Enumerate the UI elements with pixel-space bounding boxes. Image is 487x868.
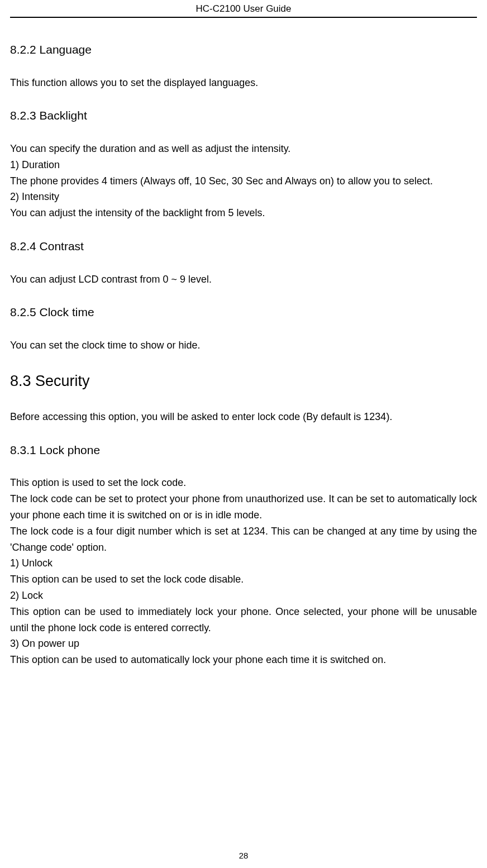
p3-8-3-1: The lock code is a four digit number whi…: [10, 523, 477, 556]
heading-8-3-1: 8.3.1 Lock phone: [10, 441, 477, 460]
header-title: HC-C2100 User Guide: [195, 3, 291, 14]
heading-8-2-5: 8.2.5 Clock time: [10, 303, 477, 322]
page-container: HC-C2100 User Guide 8.2.2 Language This …: [0, 0, 487, 668]
item3-label-8-3-1: 3) On power up: [10, 636, 477, 652]
heading-8-2-4: 8.2.4 Contrast: [10, 237, 477, 256]
item2-label-8-3-1: 2) Lock: [10, 588, 477, 604]
p1-8-3-1: This option is used to set the lock code…: [10, 475, 477, 491]
heading-8-2-3: 8.2.3 Backlight: [10, 106, 477, 125]
body-8-2-5: You can set the clock time to show or hi…: [10, 337, 477, 354]
page-header: HC-C2100 User Guide: [10, 0, 477, 18]
p2-8-3-1: The lock code can be set to protect your…: [10, 491, 477, 523]
item3-body-8-3-1: This option can be used to automatically…: [10, 652, 477, 668]
page-content: 8.2.2 Language This function allows you …: [10, 18, 477, 668]
item1-body-8-3-1: This option can be used to set the lock …: [10, 571, 477, 588]
heading-8-2-2: 8.2.2 Language: [10, 40, 477, 59]
item1-label-8-3-1: 1) Unlock: [10, 555, 477, 571]
body-8-3: Before accessing this option, you will b…: [10, 409, 477, 425]
body-8-2-2: This function allows you to set the disp…: [10, 75, 477, 91]
item2-body-8-2-3: You can adjust the intensity of the back…: [10, 205, 477, 221]
heading-8-3: 8.3 Security: [10, 369, 477, 393]
page-footer: 28: [0, 851, 487, 860]
item1-body-8-2-3: The phone provides 4 timers (Always off,…: [10, 173, 477, 189]
item1-label-8-2-3: 1) Duration: [10, 157, 477, 173]
page-number: 28: [239, 851, 249, 860]
intro-8-2-3: You can specify the duration and as well…: [10, 141, 477, 157]
item2-label-8-2-3: 2) Intensity: [10, 189, 477, 205]
body-8-2-4: You can adjust LCD contrast from 0 ~ 9 l…: [10, 271, 477, 288]
item2-body-8-3-1: This option can be used to immediately l…: [10, 604, 477, 636]
